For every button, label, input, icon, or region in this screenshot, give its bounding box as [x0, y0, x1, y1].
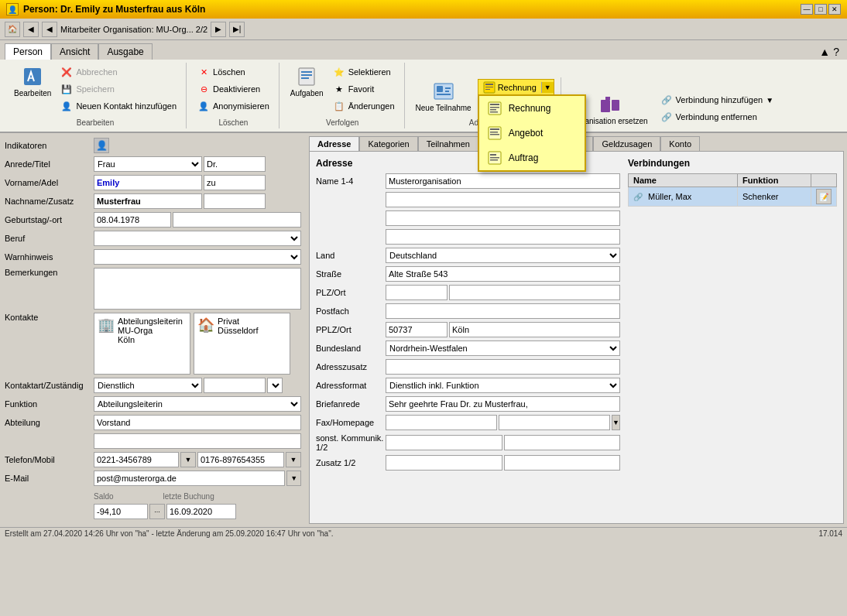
rechnung-main-button[interactable]: Rechnung	[478, 80, 541, 95]
port-input[interactable]	[449, 322, 620, 337]
titel-input[interactable]	[204, 156, 266, 172]
tab-geldzusagen[interactable]: Geldzusagen	[593, 136, 660, 151]
neuen-kontakt-button[interactable]: 👤 Neuen Kontakt hinzufügen	[57, 98, 180, 114]
abteilung-input[interactable]	[94, 415, 301, 430]
plz-input[interactable]	[386, 285, 448, 300]
mobil-input[interactable]	[197, 452, 284, 467]
angebot-item[interactable]: Angebot	[479, 121, 585, 145]
bemerkungen-textarea[interactable]	[94, 268, 301, 310]
strasse-input[interactable]	[386, 266, 620, 282]
forward-prev-button[interactable]: ◀	[42, 22, 57, 37]
adressformat-select[interactable]: Dienstlich inkl. Funktion	[386, 378, 620, 393]
name4-input[interactable]	[386, 229, 620, 245]
zusatz1-input[interactable]	[386, 455, 502, 471]
kontaktart-select[interactable]: Dienstlich	[94, 378, 202, 393]
fax-options[interactable]: ▼	[612, 415, 620, 430]
briefanrede-input[interactable]	[386, 396, 620, 412]
ribbon-group-teilnahmen: Neue Teilnahme R	[406, 77, 561, 128]
nachname-input[interactable]	[94, 193, 202, 209]
anrede-select[interactable]: Frau	[94, 156, 202, 172]
buchung-date-input[interactable]	[166, 504, 236, 519]
postfach-input[interactable]	[386, 303, 620, 319]
abbrechen-button[interactable]: ❌ Abbrechen	[57, 64, 180, 80]
deaktivieren-button[interactable]: ⊖ Deaktivieren	[194, 81, 273, 97]
geburtsort-input[interactable]	[173, 212, 301, 228]
verbindung-hinzufuegen-button[interactable]: 🔗 Verbindung hinzufügen ▼	[657, 92, 781, 108]
anonymisieren-button[interactable]: 👤 Anonymisieren	[194, 98, 273, 114]
geburtstag-input[interactable]	[94, 212, 171, 228]
bundesland-select[interactable]: Nordrhein-Westfalen	[386, 341, 620, 356]
bemerkungen-row: Bemerkungen	[5, 268, 301, 310]
plz-label: PLZ/Ort	[316, 288, 386, 297]
email-dropdown[interactable]: ▼	[286, 471, 301, 486]
email-input[interactable]	[94, 471, 285, 486]
zusatz-label: Zusatz 1/2	[316, 458, 386, 467]
aufgaben-button[interactable]: Aufgaben	[287, 63, 327, 99]
name2-input[interactable]	[386, 192, 620, 207]
selektieren-button[interactable]: ⭐ Selektieren	[330, 64, 398, 80]
name3-input[interactable]	[386, 210, 620, 226]
tab-kategorien[interactable]: Kategorien	[359, 136, 417, 151]
sonst2-input[interactable]	[504, 435, 621, 450]
skip-end-button[interactable]: ▶|	[229, 22, 245, 37]
minimize-button[interactable]: —	[801, 4, 813, 15]
neue-teilnahme-button[interactable]: Neue Teilnahme	[413, 77, 475, 114]
mobil-dropdown[interactable]: ▼	[286, 452, 301, 467]
tab-adresse[interactable]: Adresse	[309, 136, 359, 151]
contact-card-1[interactable]: 🏢 Abteilungsleiterin MU-Orga Köln	[94, 313, 190, 375]
abteilung-input2[interactable]	[94, 433, 301, 449]
adresszusatz-input[interactable]	[386, 359, 620, 375]
ort-input[interactable]	[449, 285, 620, 300]
aenderungen-button[interactable]: 📋 Änderungen	[330, 98, 398, 114]
contact-card-2[interactable]: 🏠 Privat Düsseldorf	[194, 313, 290, 375]
tab-person[interactable]: Person	[5, 43, 51, 60]
zusatz2-input[interactable]	[504, 455, 621, 471]
sonst1-input[interactable]	[386, 435, 502, 450]
warnhinweis-select[interactable]	[94, 249, 301, 265]
land-select[interactable]: Deutschland	[386, 248, 620, 263]
tab-ansicht[interactable]: Ansicht	[51, 43, 98, 60]
telefon-input[interactable]	[94, 452, 179, 467]
favorit-button[interactable]: ★ Favorit	[330, 81, 398, 97]
telefon-dropdown[interactable]: ▼	[180, 452, 196, 467]
close-button[interactable]: ✕	[828, 4, 841, 15]
geburtstag-row: Geburtstag/-ort	[5, 212, 301, 228]
back-button[interactable]: ◀	[23, 22, 39, 37]
adel-input[interactable]	[204, 175, 266, 190]
homepage-input[interactable]	[499, 415, 610, 430]
rechnung-dropdown-arrow[interactable]: ▼	[541, 82, 554, 93]
vorname-input[interactable]	[94, 175, 202, 190]
ribbon-group-verfolgen: Aufgaben ⭐ Selektieren ★ Favorit 📋 Änder…	[281, 63, 405, 128]
zusatz-row: Zusatz 1/2	[316, 455, 620, 471]
kontakte-label: Kontakte	[5, 313, 94, 322]
bearbeiten-button[interactable]: Bearbeiten	[11, 63, 54, 99]
saldo-options[interactable]: ···	[149, 504, 165, 519]
auftrag-item[interactable]: Auftrag	[479, 145, 585, 170]
zustaendig-select[interactable]	[267, 378, 283, 393]
rechnung-split-button[interactable]: Rechnung ▼	[478, 79, 554, 96]
funktion-select[interactable]: Abteilungsleiterin	[94, 396, 301, 412]
next-button[interactable]: ▶	[211, 22, 226, 37]
verbindungen-edit-btn[interactable]: 📝	[816, 189, 832, 204]
verbindungen-row-1[interactable]: 🔗 Müller, Max Schenker 📝	[629, 187, 837, 207]
verbindung-entfernen-button[interactable]: 🔗 Verbindung entfernen	[657, 109, 781, 125]
loeschen-button[interactable]: ✕ Löschen	[194, 64, 273, 80]
aufgaben-icon	[296, 66, 317, 87]
home-button[interactable]: 🏠	[5, 22, 20, 37]
tab-ausgabe[interactable]: Ausgabe	[98, 43, 152, 60]
tab-teilnahmen[interactable]: Teilnahmen	[418, 136, 478, 151]
name1-input[interactable]	[386, 173, 620, 189]
restore-button[interactable]: □	[814, 4, 827, 15]
verbindungen-action-1[interactable]: 📝	[811, 187, 837, 207]
beruf-select[interactable]	[94, 231, 301, 246]
saldo-input[interactable]	[94, 504, 148, 519]
navigation-bar: 🏠 ◀ ◀ Mitarbeiter Organisation: MU-Org..…	[0, 19, 847, 40]
pplz-input[interactable]	[386, 322, 448, 337]
zustaendig-input[interactable]	[204, 378, 266, 393]
tab-konto[interactable]: Konto	[660, 136, 700, 151]
rechnung-item[interactable]: Rechnung	[479, 96, 585, 121]
beruf-label: Beruf	[5, 234, 94, 243]
fax-input[interactable]	[386, 415, 497, 430]
nachname-zusatz-input[interactable]	[204, 193, 266, 209]
speichern-button[interactable]: 💾 Speichern	[57, 81, 180, 97]
